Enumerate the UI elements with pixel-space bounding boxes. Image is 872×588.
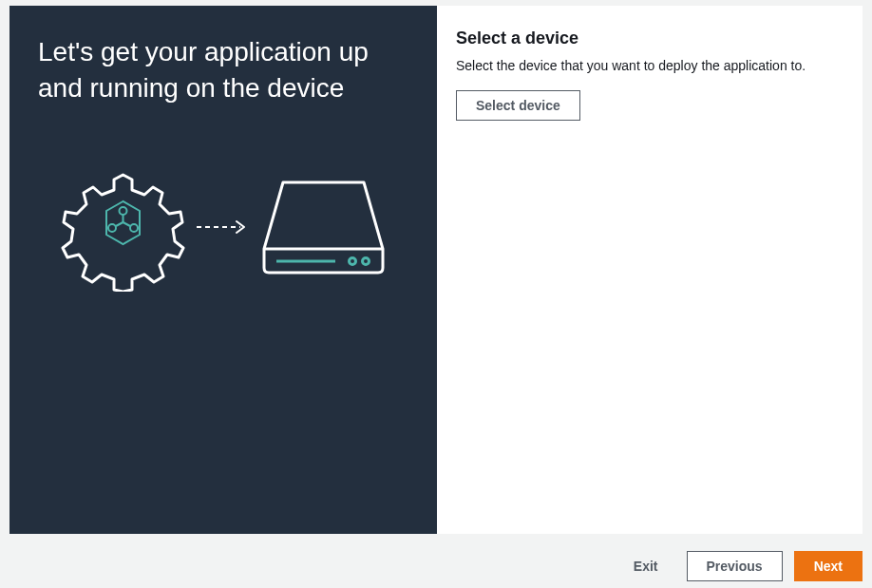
svg-point-0 (120, 207, 127, 215)
gear-icon (59, 163, 187, 292)
select-device-button[interactable]: Select device (456, 90, 580, 121)
footer-actions: Exit Previous Next (0, 543, 872, 588)
device-icon (259, 178, 388, 277)
previous-button[interactable]: Previous (687, 551, 783, 581)
left-panel: Let's get your application up and runnin… (9, 6, 437, 534)
next-button[interactable]: Next (794, 551, 863, 581)
svg-line-4 (116, 222, 123, 226)
intro-heading: Let's get your application up and runnin… (38, 34, 408, 106)
svg-point-10 (363, 257, 370, 264)
svg-line-5 (123, 222, 131, 226)
svg-point-1 (108, 224, 116, 232)
section-description: Select the device that you want to deplo… (456, 58, 844, 73)
deploy-illustration (38, 163, 408, 292)
main-panel: Let's get your application up and runnin… (9, 6, 863, 534)
svg-point-9 (350, 257, 356, 264)
section-heading: Select a device (456, 28, 844, 48)
exit-button[interactable]: Exit (616, 551, 675, 581)
right-panel: Select a device Select the device that y… (437, 6, 863, 534)
arrow-icon (195, 218, 252, 237)
svg-point-2 (130, 224, 138, 232)
